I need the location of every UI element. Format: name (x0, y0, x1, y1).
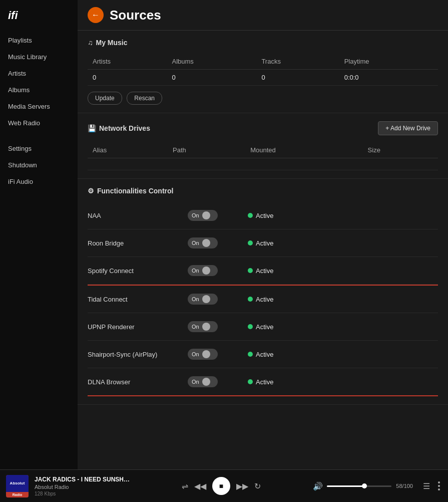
sidebar-item-artists[interactable]: Artists (0, 65, 78, 82)
func-name-upnp: UPNP Renderer (88, 323, 188, 331)
func-name-roon: Roon Bridge (88, 239, 188, 247)
toggle-dlna[interactable]: On (188, 376, 218, 387)
toggle-shairport-circle (202, 350, 210, 358)
toggle-dlna-circle (202, 378, 210, 386)
func-row-spotify: Spotify Connect On Active (88, 257, 438, 285)
back-arrow-icon: ← (92, 11, 100, 19)
more-dot-3 (438, 488, 440, 490)
status-label-shairport: Active (256, 351, 273, 358)
func-toggle-shairport[interactable]: On (188, 349, 248, 360)
func-row-dlna: DLNA Browser On Active (88, 368, 438, 396)
toggle-roon-label: On (192, 240, 199, 246)
status-dot-spotify (248, 268, 253, 273)
my-music-row: 0 0 0 0:0:0 (88, 70, 438, 86)
sidebar-nav: Playlists Music Library Artists Albums M… (0, 32, 78, 190)
player-track-title: JACK RADICS - I NEED SUNSH… (35, 476, 130, 483)
func-row-tidal: Tidal Connect On Active (88, 285, 438, 313)
func-status-tidal: Active (248, 296, 438, 303)
music-icon: ♫ (88, 39, 93, 47)
sidebar-item-shutdown[interactable]: Shutdown (0, 157, 78, 173)
volume-slider[interactable] (327, 485, 391, 487)
prev-icon: ◀◀ (194, 481, 206, 491)
func-toggle-naa[interactable]: On (188, 210, 248, 221)
sidebar-item-ifi-audio[interactable]: iFi Audio (0, 173, 78, 190)
func-toggle-spotify[interactable]: On (188, 265, 248, 276)
status-label-roon: Active (256, 239, 273, 247)
toggle-upnp[interactable]: On (188, 321, 218, 332)
functionalities-section: ⚙ Functionalities Control NAA On Active (78, 179, 448, 405)
func-name-naa: NAA (88, 212, 188, 219)
radio-logo-bottom: Radio (6, 492, 29, 497)
toggle-roon[interactable]: On (188, 237, 218, 248)
more-dot-1 (438, 481, 440, 483)
toggle-spotify[interactable]: On (188, 265, 218, 276)
repeat-button[interactable]: ↻ (254, 481, 261, 491)
func-row-naa: NAA On Active (88, 202, 438, 229)
queue-button[interactable]: ☰ (423, 481, 430, 491)
toggle-naa[interactable]: On (188, 210, 218, 221)
rescan-button[interactable]: Rescan (127, 92, 162, 105)
repeat-icon: ↻ (254, 481, 261, 491)
sidebar-item-settings[interactable]: Settings (0, 140, 78, 157)
sidebar: ifi Playlists Music Library Artists Albu… (0, 0, 78, 469)
func-toggle-dlna[interactable]: On (188, 376, 248, 387)
play-stop-button[interactable]: ■ (212, 477, 230, 495)
func-toggle-roon[interactable]: On (188, 237, 248, 248)
sidebar-item-web-radio[interactable]: Web Radio (0, 115, 78, 131)
toggle-shairport[interactable]: On (188, 349, 218, 360)
player-album-art: Absolut Radio (6, 475, 29, 497)
func-name-shairport: Shairport-Sync (AirPlay) (88, 351, 188, 358)
func-row-upnp: UPNP Renderer On Active (88, 313, 438, 341)
toggle-upnp-label: On (192, 324, 199, 330)
status-label-spotify: Active (256, 267, 273, 275)
more-menu-button[interactable] (436, 479, 442, 492)
func-toggle-tidal[interactable]: On (188, 294, 248, 305)
status-label-tidal: Active (256, 296, 273, 303)
artists-value: 0 (88, 70, 167, 86)
status-active-dlna: Active (248, 378, 438, 386)
status-label-naa: Active (256, 212, 273, 219)
toggle-spotify-circle (202, 267, 210, 275)
status-active-naa: Active (248, 212, 438, 219)
func-row-roon: Roon Bridge On Active (88, 229, 438, 257)
sidebar-item-albums[interactable]: Albums (0, 82, 78, 98)
col-playtime: Playtime (339, 54, 438, 70)
func-icon: ⚙ (88, 187, 94, 195)
player-bar: Absolut Radio JACK RADICS - I NEED SUNSH… (0, 469, 448, 502)
shuffle-button[interactable]: ⇌ (182, 481, 188, 491)
network-drives-section: 💾 Network Drives + Add New Drive Alias P… (78, 113, 448, 179)
func-status-naa: Active (248, 212, 438, 219)
col-mounted: Mounted (245, 142, 362, 158)
my-music-table: Artists Albums Tracks Playtime 0 0 0 0:0… (88, 54, 438, 86)
my-music-title: ♫ My Music (88, 39, 438, 47)
radio-logo-top: Absolut (6, 475, 29, 492)
volume-thumb (362, 483, 367, 488)
status-active-spotify: Active (248, 267, 438, 275)
func-toggle-upnp[interactable]: On (188, 321, 248, 332)
status-dot-upnp (248, 324, 253, 329)
add-drive-button[interactable]: + Add New Drive (378, 121, 438, 135)
volume-label: 58/100 (395, 483, 413, 489)
network-drives-title: 💾 Network Drives (88, 124, 150, 132)
my-music-section: ♫ My Music Artists Albums Tracks Playtim… (78, 31, 448, 113)
toggle-tidal[interactable]: On (188, 294, 218, 305)
col-alias: Alias (88, 142, 168, 158)
albums-value: 0 (167, 70, 256, 86)
volume-fill (327, 485, 364, 487)
sidebar-divider (0, 131, 78, 140)
func-status-upnp: Active (248, 323, 438, 331)
func-name-tidal: Tidal Connect (88, 296, 188, 303)
play-stop-icon: ■ (219, 482, 223, 490)
tracks-value: 0 (256, 70, 339, 86)
func-status-shairport: Active (248, 351, 438, 358)
next-button[interactable]: ▶▶ (236, 481, 248, 491)
toggle-spotify-label: On (192, 268, 199, 274)
func-name-spotify: Spotify Connect (88, 267, 188, 275)
update-button[interactable]: Update (88, 92, 122, 105)
back-button[interactable]: ← (88, 7, 104, 23)
sidebar-item-playlists[interactable]: Playlists (0, 32, 78, 49)
network-drives-header: 💾 Network Drives + Add New Drive (88, 121, 438, 135)
sidebar-item-media-servers[interactable]: Media Servers (0, 98, 78, 115)
prev-button[interactable]: ◀◀ (194, 481, 206, 491)
sidebar-item-music-library[interactable]: Music Library (0, 49, 78, 65)
